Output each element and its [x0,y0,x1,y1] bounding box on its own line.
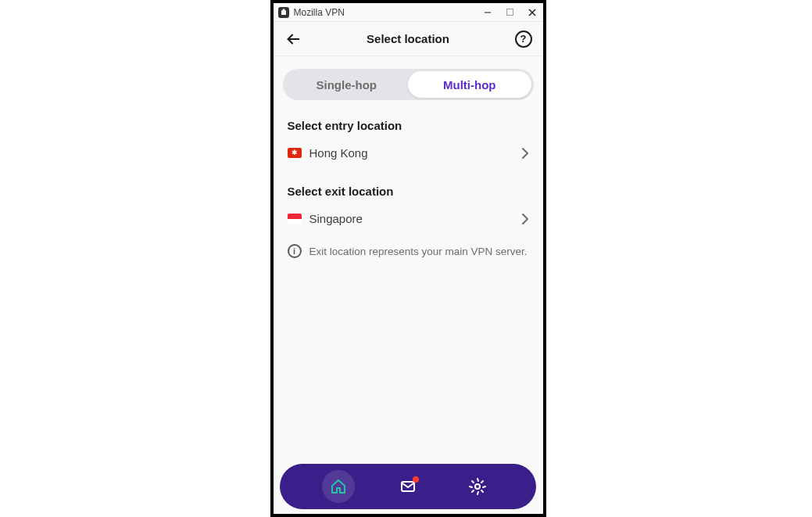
bottom-nav [280,464,536,509]
info-icon: i [288,244,302,258]
svg-point-4 [475,484,480,489]
entry-location-row[interactable]: Hong Kong [283,140,534,166]
gear-icon [468,477,487,496]
exit-location-name: Singapore [309,212,363,225]
maximize-button[interactable] [506,9,513,16]
exit-location-left: Singapore [288,212,363,225]
tab-multi-hop-label: Multi-hop [443,78,495,92]
nav-home-button[interactable] [322,470,355,503]
page-title: Select location [367,32,449,45]
tab-multi-hop[interactable]: Multi-hop [408,71,531,98]
chevron-right-icon [521,147,529,160]
nav-mail-button[interactable] [392,470,424,503]
exit-location-row[interactable]: Singapore [283,206,534,232]
notification-badge [413,476,419,483]
hong-kong-flag-icon [288,148,302,158]
tab-single-hop-label: Single-hop [317,78,377,92]
hop-mode-tabs: Single-hop Multi-hop [283,69,534,100]
content-area: Single-hop Multi-hop Select entry locati… [274,56,543,514]
titlebar-left: Mozilla VPN [278,7,345,18]
tab-single-hop[interactable]: Single-hop [285,71,409,98]
singapore-flag-icon [288,214,302,224]
entry-section-label: Select entry location [288,119,529,132]
chevron-right-icon [521,213,529,225]
app-name: Mozilla VPN [294,7,345,18]
window-controls [483,8,537,17]
info-text: Exit location represents your main VPN s… [309,246,528,257]
entry-location-name: Hong Kong [309,146,368,160]
titlebar: Mozilla VPN [274,3,543,22]
exit-section-label: Select exit location [288,185,529,198]
help-icon[interactable]: ? [515,31,532,48]
entry-location-left: Hong Kong [288,146,368,160]
app-window: Mozilla VPN Select location ? Single-hop… [270,0,546,517]
minimize-button[interactable] [483,8,492,17]
nav-settings-button[interactable] [461,470,494,503]
app-icon [278,7,289,18]
close-button[interactable] [528,8,537,17]
page-header: Select location ? [274,22,543,56]
info-row: i Exit location represents your main VPN… [283,244,534,258]
home-icon [329,477,348,496]
back-button[interactable] [284,31,302,48]
